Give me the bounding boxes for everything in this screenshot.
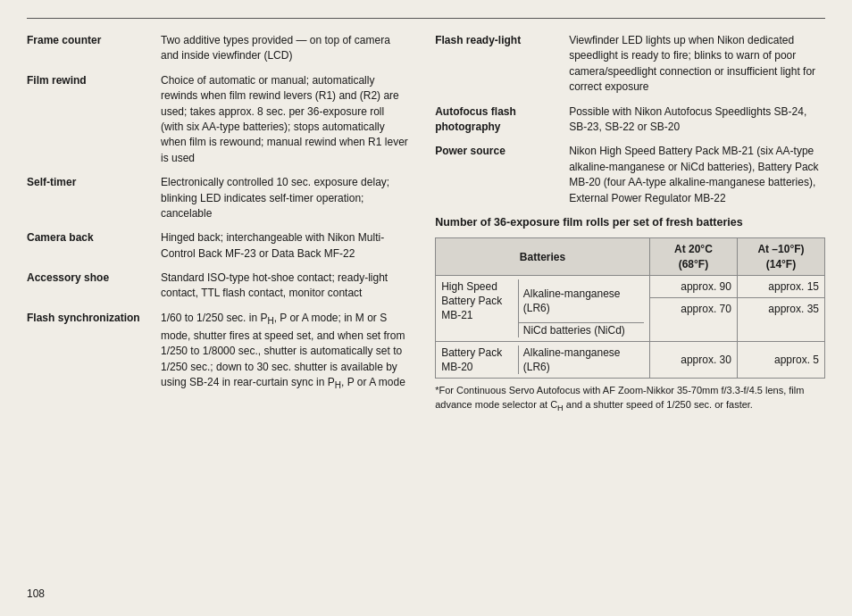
spec-row-accessory-shoe: Accessory shoe Standard ISO-type hot-sho… bbox=[27, 271, 408, 302]
battery-heading: Number of 36-exposure film rolls per set… bbox=[435, 215, 825, 231]
battery-table: Batteries At 20°C(68°F) At –10°F)(14°F) … bbox=[435, 237, 825, 379]
col-header-temp2: At –10°F)(14°F) bbox=[737, 238, 824, 275]
content-area: Frame counter Two additive types provide… bbox=[27, 33, 825, 414]
spec-row-flash-ready-light: Flash ready-light Viewfinder LED lights … bbox=[435, 33, 825, 96]
spec-row-film-rewind: Film rewind Choice of automatic or manua… bbox=[27, 73, 408, 166]
left-column: Frame counter Two additive types provide… bbox=[27, 33, 426, 414]
value-accessory-shoe: Standard ISO-type hot-shoe contact; read… bbox=[161, 271, 408, 302]
label-autofocus-flash: Autofocus flash photography bbox=[435, 104, 569, 136]
value-frame-counter: Two additive types provided — on top of … bbox=[161, 33, 408, 64]
value-film-rewind: Choice of automatic or manual; automatic… bbox=[161, 73, 408, 166]
battery-footnote: *For Continuous Servo Autofocus with AF … bbox=[435, 384, 825, 413]
label-frame-counter: Frame counter bbox=[27, 33, 161, 64]
table-row: High Speed Battery Pack MB-21 Alkaline-m… bbox=[436, 275, 825, 341]
value-self-timer: Electronically controlled 10 sec. exposu… bbox=[161, 175, 408, 221]
label-film-rewind: Film rewind bbox=[27, 73, 161, 166]
page-number: 108 bbox=[27, 587, 45, 600]
value-autofocus-flash: Possible with Nikon Autofocus Speedlight… bbox=[569, 104, 825, 136]
value-flash-sync: 1/60 to 1/250 sec. in PH, P or A mode; i… bbox=[161, 311, 408, 393]
battery-section: Number of 36-exposure film rolls per set… bbox=[435, 215, 825, 414]
spec-row-frame-counter: Frame counter Two additive types provide… bbox=[27, 33, 408, 64]
table-row: Battery Pack MB-20 Alkaline-manganese (L… bbox=[436, 342, 825, 379]
spec-row-self-timer: Self-timer Electronically controlled 10 … bbox=[27, 175, 408, 221]
value-camera-back: Hinged back; interchangeable with Nikon … bbox=[161, 230, 408, 262]
page: Frame counter Two additive types provide… bbox=[0, 0, 852, 616]
cell-pack-mb21-lr6: High Speed Battery Pack MB-21 Alkaline-m… bbox=[436, 275, 650, 341]
col-header-temp1: At 20°C(68°F) bbox=[649, 238, 737, 275]
label-accessory-shoe: Accessory shoe bbox=[27, 271, 161, 302]
spec-row-power-source: Power source Nikon High Speed Battery Pa… bbox=[435, 144, 825, 206]
col-header-batteries: Batteries bbox=[436, 238, 650, 275]
value-flash-ready-light: Viewfinder LED lights up when Nikon dedi… bbox=[569, 33, 825, 96]
cell-pack-mb20: Battery Pack MB-20 Alkaline-manganese (L… bbox=[436, 342, 650, 379]
label-self-timer: Self-timer bbox=[27, 175, 161, 221]
top-border bbox=[27, 18, 825, 19]
spec-row-autofocus-flash: Autofocus flash photography Possible wit… bbox=[435, 104, 825, 136]
label-flash-ready-light: Flash ready-light bbox=[435, 33, 569, 96]
label-power-source: Power source bbox=[435, 144, 569, 206]
cell-mb20-temp2: approx. 5 bbox=[737, 342, 824, 379]
cell-mb20-temp1: approx. 30 bbox=[649, 342, 737, 379]
spec-row-camera-back: Camera back Hinged back; interchangeable… bbox=[27, 230, 408, 262]
value-power-source: Nikon High Speed Battery Pack MB-21 (six… bbox=[569, 144, 825, 206]
spec-row-flash-sync: Flash synchronization 1/60 to 1/250 sec.… bbox=[27, 311, 408, 393]
label-camera-back: Camera back bbox=[27, 230, 161, 262]
label-flash-sync: Flash synchronization bbox=[27, 311, 161, 393]
right-column: Flash ready-light Viewfinder LED lights … bbox=[426, 33, 825, 414]
